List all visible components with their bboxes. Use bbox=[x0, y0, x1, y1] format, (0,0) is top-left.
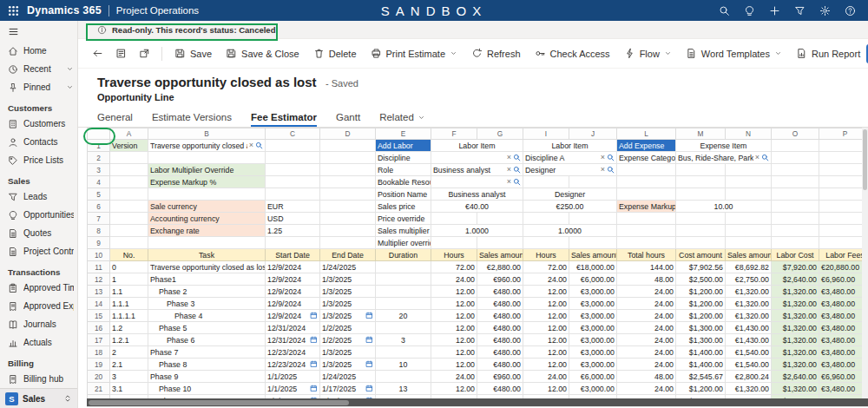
column-header-B[interactable]: B bbox=[148, 128, 266, 140]
grid-cell-D6[interactable] bbox=[320, 201, 376, 213]
grid-column-title-hours[interactable]: Hours bbox=[523, 249, 569, 261]
grid-cell-C18[interactable]: 12/23/2024 bbox=[266, 346, 320, 359]
grid-cell-I14[interactable]: 12.00 bbox=[523, 298, 569, 310]
grid-cell-M19[interactable]: $1,400.00 bbox=[676, 359, 726, 371]
grid-cell-I6[interactable]: €250.00 bbox=[523, 201, 617, 213]
grid-cell-C19[interactable]: 12/23/2024 bbox=[266, 359, 320, 371]
grid-cell-F8[interactable]: 1.0000 bbox=[431, 225, 523, 237]
grid-cell-N4[interactable] bbox=[726, 176, 772, 188]
grid-cell-D5[interactable] bbox=[320, 188, 376, 201]
grid-column-title-total-hours[interactable]: Total hours bbox=[617, 249, 676, 261]
grid-cell-G19[interactable]: €480.00 bbox=[477, 359, 523, 371]
grid-cell-G11[interactable]: €2,880.00 bbox=[477, 261, 523, 273]
grid-cell-G12[interactable]: €960.00 bbox=[477, 273, 523, 286]
column-header-N[interactable]: N bbox=[726, 128, 772, 140]
grid-cell-O21[interactable]: $1,320.00 bbox=[772, 383, 819, 395]
grid-cell-L13[interactable]: 24.00 bbox=[617, 286, 676, 298]
grid-cell-C13[interactable]: 12/9/2024 bbox=[266, 286, 320, 298]
grid-column-title-sales-amount[interactable]: Sales amount bbox=[726, 249, 772, 261]
row-header-16[interactable]: 16 bbox=[88, 322, 110, 334]
grid-cell-J17[interactable]: €3,000.00 bbox=[569, 334, 617, 346]
grid-cell-B4[interactable]: Expense Markup % bbox=[148, 176, 266, 188]
grid-cell-G14[interactable]: €480.00 bbox=[477, 298, 523, 310]
vertical-scrollbar-thumb[interactable] bbox=[863, 129, 867, 190]
grid-cell-M21[interactable]: $1,200.00 bbox=[676, 383, 726, 395]
grid-cell-B12[interactable]: Phase1 bbox=[148, 273, 266, 286]
grid-cell-D11[interactable]: 1/24/2025 bbox=[320, 261, 376, 273]
sidebar-item-price-lists[interactable]: Price Lists bbox=[0, 151, 77, 169]
grid-cell-I9[interactable] bbox=[523, 237, 569, 249]
grid-cell-I4[interactable] bbox=[523, 176, 569, 188]
row-header-20[interactable]: 20 bbox=[88, 371, 110, 383]
grid-cell-M9[interactable] bbox=[676, 237, 726, 249]
grid-cell-G13[interactable]: €480.00 bbox=[477, 286, 523, 298]
grid-cell-B9[interactable] bbox=[148, 237, 266, 249]
grid-cell-P1[interactable] bbox=[819, 140, 868, 152]
grid-cell-D19[interactable]: 1/3/2025 bbox=[320, 359, 376, 371]
sidebar-item-leads[interactable]: Leads bbox=[0, 188, 77, 206]
grid-cell-O1[interactable] bbox=[772, 140, 819, 152]
grid-cell-N8[interactable] bbox=[726, 225, 772, 237]
grid-cell-A7[interactable] bbox=[110, 213, 148, 225]
grid-cell-O18[interactable]: $1,320.00 bbox=[772, 346, 819, 359]
print-estimate-button[interactable]: Print Estimate bbox=[365, 44, 464, 63]
grid-cell-A9[interactable] bbox=[110, 237, 148, 249]
grid-cell-B21[interactable]: Phase 10 bbox=[148, 383, 266, 395]
grid-cell-D15[interactable]: 1/3/2025 bbox=[320, 310, 376, 322]
grid-cell-P6[interactable] bbox=[819, 201, 868, 213]
sidebar-item-billing-hub[interactable]: Billing hub bbox=[0, 370, 77, 388]
column-header-C[interactable]: C bbox=[266, 128, 320, 140]
save-close-button[interactable]: Save & Close bbox=[220, 44, 306, 63]
app-launcher-icon[interactable] bbox=[7, 4, 20, 17]
grid-cell-P14[interactable]: €3,480.00 bbox=[819, 298, 868, 310]
grid-cell-A15[interactable]: 1.1.1.1 bbox=[110, 310, 148, 322]
grid-cell-I11[interactable]: 72.00 bbox=[523, 261, 569, 273]
column-header-A[interactable]: A bbox=[110, 128, 148, 140]
grid-cell-P15[interactable]: €3,480.00 bbox=[819, 310, 868, 322]
grid-cell-C4[interactable] bbox=[266, 176, 320, 188]
grid-cell-B11[interactable]: Traverse opportunity closed as lost bbox=[148, 261, 266, 273]
grid-cell-P17[interactable]: €3,480.00 bbox=[819, 334, 868, 346]
grid-cell-E15[interactable]: 20 bbox=[376, 310, 431, 322]
grid-cell-A20[interactable]: 3 bbox=[110, 371, 148, 383]
search-icon[interactable] bbox=[719, 5, 730, 16]
column-header-D[interactable]: D bbox=[320, 128, 376, 140]
grid-cell-D20[interactable]: 1/24/2025 bbox=[320, 371, 376, 383]
grid-cell-O19[interactable]: $1,320.00 bbox=[772, 359, 819, 371]
grid-cell-L6[interactable]: Expense Markup % bbox=[617, 201, 676, 213]
grid-cell-B17[interactable]: Phase 6 bbox=[148, 334, 266, 346]
grid-cell-J21[interactable]: €3,000.00 bbox=[569, 383, 617, 395]
grid-cell-D12[interactable]: 1/3/2025 bbox=[320, 273, 376, 286]
grid-cell-E11[interactable] bbox=[376, 261, 431, 273]
grid-cell-I18[interactable]: 12.00 bbox=[523, 346, 569, 359]
grid-cell-P3[interactable] bbox=[819, 164, 868, 176]
grid-cell-D13[interactable]: 1/3/2025 bbox=[320, 286, 376, 298]
grid-cell-C21[interactable]: 1/1/2025 bbox=[266, 383, 320, 395]
grid-cell-B13[interactable]: Phase 2 bbox=[148, 286, 266, 298]
grid-cell-M17[interactable]: $1,300.00 bbox=[676, 334, 726, 346]
grid-cell-B2[interactable] bbox=[148, 152, 266, 164]
sidebar-item-quotes[interactable]: Quotes bbox=[0, 224, 77, 242]
column-header-M[interactable]: M bbox=[676, 128, 726, 140]
grid-cell-A11[interactable]: 0 bbox=[110, 261, 148, 273]
row-header-7[interactable]: 7 bbox=[88, 213, 110, 225]
grid-cell-J7[interactable] bbox=[569, 213, 617, 225]
grid-cell-D2[interactable] bbox=[320, 152, 376, 164]
grid-cell-L11[interactable]: 144.00 bbox=[617, 261, 676, 273]
clear-lookup-icon[interactable]: × bbox=[755, 154, 760, 161]
refresh-button[interactable]: Refresh bbox=[465, 44, 527, 63]
clear-lookup-icon[interactable]: × bbox=[507, 166, 511, 174]
area-switcher[interactable]: S Sales bbox=[0, 388, 77, 408]
grid-cell-L16[interactable]: 24.00 bbox=[617, 322, 676, 334]
grid-cell-L12[interactable]: 48.00 bbox=[617, 273, 676, 286]
grid-cell-F9[interactable] bbox=[431, 237, 477, 249]
column-header-L[interactable]: L bbox=[617, 128, 676, 140]
grid-cell-G20[interactable]: €960.00 bbox=[477, 371, 523, 383]
grid-cell-O8[interactable] bbox=[772, 225, 819, 237]
grid-cell-D18[interactable]: 1/3/2025 bbox=[320, 346, 376, 359]
grid-cell-A16[interactable]: 1.2 bbox=[110, 322, 148, 334]
grid-cell-C6[interactable]: EUR bbox=[266, 201, 320, 213]
row-header-2[interactable]: 2 bbox=[88, 152, 110, 164]
clear-lookup-icon[interactable]: × bbox=[249, 141, 253, 149]
grid-cell-D4[interactable] bbox=[320, 176, 376, 188]
